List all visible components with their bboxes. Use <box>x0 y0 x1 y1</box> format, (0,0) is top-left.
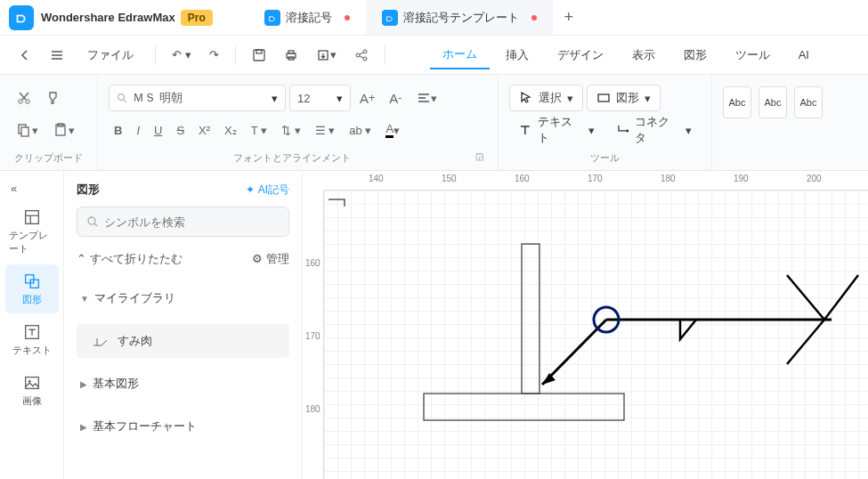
tree-basic-flowchart[interactable]: ▶ 基本フローチャート <box>77 410 289 443</box>
tab-welding-symbol[interactable]: ⫐ 溶接記号 <box>248 0 366 35</box>
horizontal-ruler: 140 150 160 170 180 190 200 <box>324 171 868 191</box>
shapes-panel: 図形 ✦ AI記号 ⌃ すべて折りたたむ ⚙ 管理 ▼ マイライブラリ すみ肉 … <box>64 171 303 479</box>
text-effects-button[interactable]: T ▾ <box>246 120 272 141</box>
style-preset-2[interactable]: Abc <box>758 86 787 118</box>
search-icon <box>86 215 99 228</box>
title-bar: ⫐ Wondershare EdrawMax Pro ⫐ 溶接記号 ⫐ 溶接記号… <box>0 0 868 36</box>
increase-font-button[interactable]: A+ <box>354 87 380 110</box>
strikethrough-button[interactable]: S <box>171 120 190 141</box>
tree-my-library[interactable]: ▼ マイライブラリ <box>77 281 289 315</box>
share-button[interactable] <box>347 43 376 68</box>
vertical-ruler: 160 170 180 <box>303 191 324 479</box>
export-button[interactable]: ▾ <box>309 43 344 68</box>
symbol-search-input[interactable] <box>104 215 280 229</box>
fillet-weld-icon <box>93 335 112 347</box>
svg-point-10 <box>26 100 29 103</box>
insert-tab[interactable]: 挿入 <box>493 42 541 69</box>
shapes-tab[interactable]: 図形 <box>671 42 719 69</box>
font-name-value: ＭＳ 明朝 <box>133 90 266 106</box>
dirty-indicator-icon <box>531 15 537 20</box>
file-menu[interactable]: ファイル <box>75 42 146 69</box>
back-button[interactable] <box>11 43 39 68</box>
svg-point-8 <box>363 57 367 61</box>
format-painter-button[interactable] <box>41 86 68 110</box>
svg-point-24 <box>88 217 95 224</box>
bold-button[interactable]: B <box>109 120 127 141</box>
svg-point-15 <box>118 94 125 101</box>
tab-label: 溶接記号テンプレート <box>403 10 519 26</box>
font-dialog-launcher[interactable]: ◲ <box>475 151 487 165</box>
font-color-button[interactable]: A ▾ <box>380 118 405 142</box>
svg-rect-1 <box>256 50 262 53</box>
add-tab-button[interactable]: + <box>553 0 585 35</box>
collapse-sidebar-button[interactable]: « <box>7 178 20 199</box>
svg-point-9 <box>19 100 22 103</box>
search-icon <box>117 93 127 103</box>
select-tool-button[interactable]: 選択 ▾ <box>509 85 583 111</box>
sidebar-item-text[interactable]: テキスト <box>5 315 59 364</box>
app-name: Wondershare EdrawMax <box>41 11 175 24</box>
sidebar-item-image[interactable]: 画像 <box>5 366 59 415</box>
home-tab[interactable]: ホーム <box>430 41 490 69</box>
panel-title: 図形 <box>77 182 100 198</box>
copy-button[interactable]: ▾ <box>11 118 44 142</box>
font-size-select[interactable]: 12▾ <box>289 85 351 111</box>
paste-button[interactable]: ▾ <box>47 118 80 142</box>
svg-rect-20 <box>30 280 38 288</box>
cursor-icon <box>519 91 533 105</box>
connector-tool-button[interactable]: コネクタ ▾ <box>607 117 702 143</box>
decrease-font-button[interactable]: A- <box>384 87 407 110</box>
shape-tool-button[interactable]: 図形 ▾ <box>587 85 661 111</box>
caret-right-icon: ▶ <box>80 379 87 389</box>
canvas-drawing[interactable] <box>324 191 868 479</box>
text-direction-button[interactable]: ab ▾ <box>344 120 377 141</box>
menu-button[interactable] <box>43 43 71 68</box>
dirty-indicator-icon <box>345 15 350 20</box>
main-area: « テンプレート 図形 テキスト 画像 図形 ✦ AI記号 ⌃ すべて折りたたむ <box>0 171 868 479</box>
caret-down-icon: ▼ <box>80 294 89 304</box>
text-tool-button[interactable]: テキスト ▾ <box>509 117 604 143</box>
svg-rect-18 <box>25 211 38 224</box>
tree-basic-shapes[interactable]: ▶ 基本図形 <box>77 367 289 401</box>
svg-rect-19 <box>25 275 33 283</box>
list-button[interactable]: ☰ ▾ <box>310 120 341 141</box>
superscript-button[interactable]: X² <box>193 120 215 141</box>
clipboard-group-label: クリップボード <box>11 150 86 166</box>
svg-rect-25 <box>522 244 539 394</box>
tree-fillet-weld[interactable]: すみ肉 <box>77 324 289 358</box>
template-icon <box>22 207 42 227</box>
collapse-all-button[interactable]: ⌃ すべて折りたたむ <box>77 251 183 267</box>
font-size-value: 12 <box>297 92 331 105</box>
sidebar-item-shapes[interactable]: 図形 <box>5 264 59 313</box>
manage-button[interactable]: ⚙ 管理 <box>252 251 289 267</box>
style-preset-1[interactable]: Abc <box>723 86 751 118</box>
cut-button[interactable] <box>11 86 37 110</box>
svg-rect-16 <box>598 94 609 101</box>
tab-welding-template[interactable]: ⫐ 溶接記号テンプレート <box>366 0 553 35</box>
ai-tab[interactable]: AI <box>786 43 822 67</box>
subscript-button[interactable]: X₂ <box>219 120 242 141</box>
connector-icon <box>616 123 630 137</box>
svg-point-7 <box>363 50 367 53</box>
italic-button[interactable]: I <box>131 120 145 141</box>
svg-rect-0 <box>254 50 264 61</box>
sidebar-item-template[interactable]: テンプレート <box>5 200 59 263</box>
document-icon: ⫐ <box>264 10 280 26</box>
design-tab[interactable]: デザイン <box>545 42 616 69</box>
print-button[interactable] <box>277 43 305 68</box>
underline-button[interactable]: U <box>149 120 167 141</box>
font-family-select[interactable]: ＭＳ 明朝▾ <box>109 85 286 111</box>
view-tab[interactable]: 表示 <box>620 42 668 69</box>
ai-symbols-link[interactable]: ✦ AI記号 <box>246 183 289 198</box>
style-preset-3[interactable]: Abc <box>794 86 823 118</box>
symbol-search[interactable] <box>77 207 289 237</box>
align-button[interactable]: ▾ <box>411 87 442 109</box>
redo-button[interactable]: ↷ <box>202 43 226 67</box>
undo-button[interactable]: ↶ ▾ <box>165 43 199 67</box>
tools-tab[interactable]: ツール <box>723 42 783 69</box>
shapes-icon <box>22 272 42 291</box>
text-icon <box>518 123 532 137</box>
line-spacing-button[interactable]: ⇅ ▾ <box>276 120 306 141</box>
canvas[interactable]: 140 150 160 170 180 190 200 160 170 180 <box>303 171 868 479</box>
save-button[interactable] <box>245 43 273 68</box>
